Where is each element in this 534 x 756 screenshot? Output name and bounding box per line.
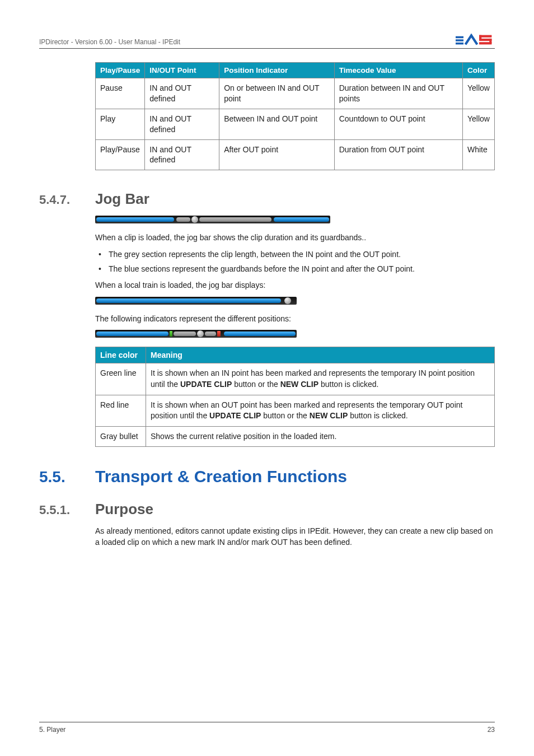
th: Line color [96,347,146,363]
evs-logo [456,34,495,46]
paragraph: When a local train is loaded, the jog ba… [95,280,495,291]
list-item: The blue sections represent the guardban… [95,264,495,275]
svg-rect-2 [456,43,463,45]
jogbar-clip-figure [95,216,330,223]
table-row: Play/Pause IN and OUT defined After OUT … [96,139,495,170]
paragraph: When a clip is loaded, the jog bar shows… [95,232,495,244]
section-number: 5.5. [39,468,95,486]
table-row: Green line It is shown when an IN point … [96,363,495,395]
list-item: The grey section represents the clip len… [95,249,495,260]
header-text: IPDirector - Version 6.00 - User Manual … [39,38,180,46]
jogbar-train-figure [95,297,297,305]
th: Meaning [146,347,495,363]
table-row: Play IN and OUT defined Between IN and O… [96,109,495,139]
footer-left: 5. Player [39,726,65,734]
svg-rect-0 [456,36,463,39]
page-footer: 5. Player 23 [39,722,495,734]
th: IN/OUT Point [145,63,219,78]
th: Play/Pause [96,63,145,78]
linecolor-table: Line color Meaning Green line It is show… [95,347,495,447]
section-547-heading: 5.4.7. Jog Bar [39,190,495,208]
page-header: IPDirector - Version 6.00 - User Manual … [39,34,495,49]
bullet-list: The grey section represents the clip len… [95,249,495,274]
th: Position Indicator [219,63,335,78]
timecode-table: Play/Pause IN/OUT Point Position Indicat… [95,62,495,170]
section-55-heading: 5.5. Transport & Creation Functions [39,467,495,486]
red-mark-icon [217,331,221,337]
green-mark-icon [170,331,173,337]
section-title: Jog Bar [95,190,149,208]
table-row: Gray bullet Shows the current relative p… [96,426,495,447]
section-title: Transport & Creation Functions [95,467,347,486]
table-row: Red line It is shown when an OUT point h… [96,395,495,426]
jogbar-indicators-figure [95,330,297,338]
paragraph: The following indicators represent the d… [95,314,495,325]
svg-rect-7 [479,42,491,44]
section-number: 5.5.1. [39,503,95,517]
section-title: Purpose [95,501,153,518]
th: Timecode Value [334,63,462,78]
paragraph: As already mentioned, editors cannot upd… [95,526,495,548]
footer-page-number: 23 [488,726,495,734]
svg-rect-1 [456,39,463,41]
section-number: 5.4.7. [39,193,95,207]
table-row: Pause IN and OUT defined On or between I… [96,78,495,109]
section-551-heading: 5.5.1. Purpose [39,501,495,518]
th: Color [463,63,495,78]
